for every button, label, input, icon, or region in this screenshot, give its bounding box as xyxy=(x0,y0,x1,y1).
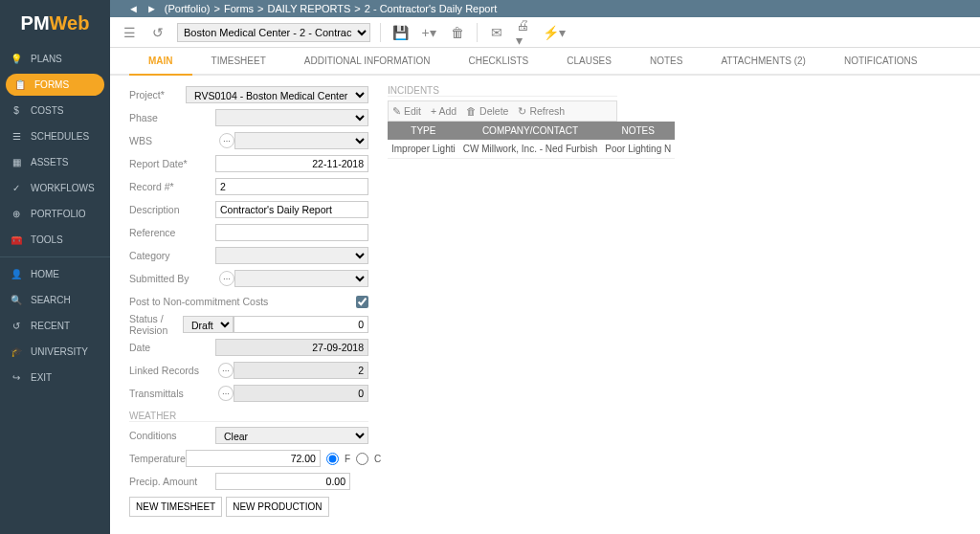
description-label: Description xyxy=(129,204,215,215)
side-recent[interactable]: ↺RECENT xyxy=(0,313,110,339)
weather-title: WEATHER xyxy=(129,411,368,422)
tab-timesheet[interactable]: TIMESHEET xyxy=(192,48,285,74)
mail-icon[interactable]: ✉ xyxy=(487,23,506,42)
side-home[interactable]: 👤HOME xyxy=(0,261,110,287)
record-label: Record #* xyxy=(129,181,215,192)
inc-edit[interactable]: ✎ Edit xyxy=(392,105,421,117)
post-checkbox[interactable] xyxy=(356,296,368,308)
inc-delete[interactable]: 🗑 Delete xyxy=(466,105,508,117)
incidents-panel: INCIDENTS ✎ Edit + Add 🗑 Delete ↻ Refres… xyxy=(388,85,617,520)
assets-icon: ▦ xyxy=(10,157,23,167)
status-field[interactable]: Draft xyxy=(183,316,234,333)
side-portfolio[interactable]: ⊕PORTFOLIO xyxy=(0,201,110,227)
side-workflows[interactable]: ✓WORKFLOWS xyxy=(0,175,110,201)
side-label: HOME xyxy=(31,269,59,279)
side-label: SCHEDULES xyxy=(31,131,89,142)
side-schedules[interactable]: ☰SCHEDULES xyxy=(0,123,110,149)
sched-icon: ☰ xyxy=(10,131,23,142)
unit-f-radio[interactable] xyxy=(326,453,339,465)
wbs-label: WBS xyxy=(129,135,215,146)
new-production-button[interactable]: NEW PRODUCTION xyxy=(226,497,328,517)
new-timesheet-button[interactable]: NEW TIMESHEET xyxy=(129,497,222,517)
tab-main[interactable]: MAIN xyxy=(129,48,192,76)
fwd-icon[interactable]: ► xyxy=(146,3,157,14)
trans-browse[interactable]: ⋯ xyxy=(218,386,234,401)
tab-clauses[interactable]: CLAUSES xyxy=(547,48,631,74)
project-label: Project* xyxy=(129,89,186,100)
report-date-field[interactable] xyxy=(215,155,368,172)
record-field[interactable] xyxy=(215,178,368,195)
wbs-field[interactable] xyxy=(234,132,368,149)
form-panel: Project*RVS0104 - Boston Medical Center … xyxy=(129,85,368,520)
side-label: SEARCH xyxy=(31,295,71,305)
project-selector[interactable]: Boston Medical Center - 2 - Contrac xyxy=(177,23,370,42)
submitted-label: Submitted By xyxy=(129,273,215,284)
tools-icon: 🧰 xyxy=(10,234,23,245)
side-label: FORMS xyxy=(34,79,69,90)
print-icon[interactable]: 🖨▾ xyxy=(516,23,535,42)
revision-field[interactable] xyxy=(234,316,368,333)
precip-field[interactable] xyxy=(215,473,350,490)
reference-label: Reference xyxy=(129,227,215,238)
temp-field[interactable] xyxy=(186,450,321,467)
inc-h-notes[interactable]: NOTES xyxy=(601,122,675,140)
trash-icon[interactable]: 🗑 xyxy=(448,23,467,42)
linked-browse[interactable]: ⋯ xyxy=(218,363,234,378)
add-icon[interactable]: +▾ xyxy=(419,23,438,42)
inc-h-type[interactable]: TYPE xyxy=(388,122,459,140)
tab-attachments[interactable]: ATTACHMENTS (2) xyxy=(702,48,825,74)
tab-notifications[interactable]: NOTIFICATIONS xyxy=(825,48,936,74)
cond-field[interactable]: Clear xyxy=(215,427,368,444)
side-label: COSTS xyxy=(31,105,63,116)
side-search[interactable]: 🔍SEARCH xyxy=(0,287,110,313)
inc-refresh[interactable]: ↻ Refresh xyxy=(518,105,565,117)
side-label: PLANS xyxy=(31,54,62,64)
grad-icon: 🎓 xyxy=(10,346,23,357)
history-icon[interactable]: ↺ xyxy=(148,23,167,42)
content: MAIN TIMESHEET ADDITIONAL INFORMATION CH… xyxy=(110,48,980,534)
main-toolbar: ☰ ↺ Boston Medical Center - 2 - Contrac … xyxy=(110,17,980,48)
recent-icon: ↺ xyxy=(10,321,23,331)
wbs-browse[interactable]: ⋯ xyxy=(219,133,234,148)
side-exit[interactable]: ↪EXIT xyxy=(0,365,110,390)
side-forms[interactable]: 📋FORMS xyxy=(6,74,104,96)
crumb-1[interactable]: Forms xyxy=(224,3,254,14)
precip-label: Precip. Amount xyxy=(129,476,215,487)
dollar-icon: $ xyxy=(10,105,23,116)
inc-add[interactable]: + Add xyxy=(431,105,457,117)
unit-c-radio[interactable] xyxy=(356,453,368,465)
inc-h-company[interactable]: COMPANY/CONTACT xyxy=(459,122,602,140)
tab-checklists[interactable]: CHECKLISTS xyxy=(449,48,547,74)
tab-notes[interactable]: NOTES xyxy=(631,48,702,74)
tab-bar: MAIN TIMESHEET ADDITIONAL INFORMATION CH… xyxy=(110,48,980,76)
project-field[interactable]: RVS0104 - Boston Medical Center xyxy=(186,86,368,103)
crumb-0[interactable]: (Portfolio) xyxy=(165,3,211,14)
unit-f-label: F xyxy=(345,454,350,464)
submitted-browse[interactable]: ⋯ xyxy=(219,271,234,286)
incidents-title: INCIDENTS xyxy=(388,85,617,97)
side-tools[interactable]: 🧰TOOLS xyxy=(0,227,110,253)
side-plans[interactable]: 💡PLANS xyxy=(0,46,110,72)
bolt-icon[interactable]: ⚡▾ xyxy=(545,23,564,42)
list-icon[interactable]: ☰ xyxy=(120,23,139,42)
phase-label: Phase xyxy=(129,112,215,123)
side-assets[interactable]: ▦ASSETS xyxy=(0,149,110,175)
trans-label: Transmittals xyxy=(129,388,214,399)
back-icon[interactable]: ◄ xyxy=(128,3,139,14)
description-field[interactable] xyxy=(215,201,368,218)
crumb-2[interactable]: DAILY REPORTS xyxy=(268,3,351,14)
exit-icon: ↪ xyxy=(10,372,23,383)
phase-field[interactable] xyxy=(215,109,368,126)
tab-additional[interactable]: ADDITIONAL INFORMATION xyxy=(285,48,450,74)
temp-label: Temperature xyxy=(129,453,186,464)
category-field[interactable] xyxy=(215,247,368,264)
report-date-label: Report Date* xyxy=(129,158,215,169)
forms-icon: 📋 xyxy=(13,79,27,90)
inc-row[interactable]: Improper LightiCW Millwork, Inc. - Ned F… xyxy=(388,140,675,159)
side-costs[interactable]: $COSTS xyxy=(0,98,110,123)
reference-field[interactable] xyxy=(215,224,368,241)
side-label: TOOLS xyxy=(31,234,63,245)
side-university[interactable]: 🎓UNIVERSITY xyxy=(0,339,110,365)
submitted-field[interactable] xyxy=(234,270,368,287)
save-icon[interactable]: 💾 xyxy=(390,23,410,42)
